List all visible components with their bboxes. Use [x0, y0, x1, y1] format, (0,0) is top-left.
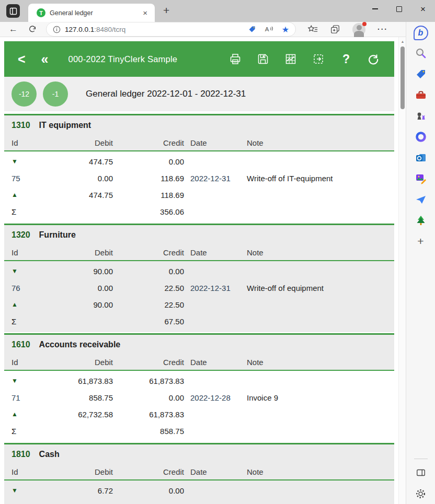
ledger-row: 75 0.00 118.69 2022-12-31 Write-off of I… — [12, 170, 387, 186]
row-note: Write-off of equipment — [241, 284, 387, 292]
vertical-scrollbar[interactable]: ▲ ▼ — [398, 37, 406, 504]
info-icon[interactable] — [53, 26, 61, 33]
sidebar-drop-button[interactable] — [406, 189, 435, 210]
row-credit: 0.00 — [113, 393, 184, 402]
column-headers: Id Debit Credit Date Note — [12, 247, 387, 258]
refresh-icon — [367, 52, 381, 66]
toolbox-icon — [415, 89, 427, 101]
web-page: < « 000-2022 TinyClerk Sample — [0, 37, 398, 504]
scroll-up-icon[interactable]: ▲ — [399, 40, 406, 43]
chart-button[interactable] — [284, 52, 297, 66]
browser-tab[interactable]: T General ledger × — [28, 4, 155, 22]
sidebar-search-button[interactable] — [406, 43, 435, 64]
row-date: 2022-12-28 — [184, 393, 241, 402]
row-id: ▲ — [12, 411, 35, 418]
row-date: 2022-12-31 — [184, 284, 241, 292]
row-id: ▼ — [12, 377, 35, 384]
search-icon — [415, 47, 427, 60]
sidebar-image-creator-button[interactable] — [406, 168, 435, 189]
section-title: 1310IT equipment — [12, 120, 387, 131]
scrollbar-thumb[interactable] — [400, 46, 405, 109]
period-back-12-button[interactable]: -12 — [12, 81, 37, 107]
sidebar-shopping-button[interactable] — [406, 64, 435, 85]
tab-actions-button[interactable] — [6, 4, 20, 18]
games-icon — [415, 110, 427, 122]
minimize-button[interactable] — [363, 0, 387, 18]
period-back-1-button[interactable]: -1 — [43, 81, 68, 107]
company-title: 000-2022 TinyClerk Sample — [68, 54, 178, 64]
col-note: Note — [241, 138, 387, 147]
bing-chat-button[interactable]: b — [406, 23, 435, 43]
address-bar[interactable]: 127.0.0.1:8480/tcrq A ★ — [46, 22, 296, 37]
app-refresh-button[interactable] — [367, 52, 381, 66]
row-credit: 858.75 — [113, 427, 184, 436]
col-id: Id — [12, 248, 35, 257]
help-button[interactable]: ? — [339, 52, 353, 66]
row-debit: 90.00 — [35, 300, 113, 309]
row-id: 71 — [12, 393, 35, 402]
account-name: Furniture — [39, 230, 76, 239]
sidebar-tools-button[interactable] — [406, 85, 435, 106]
export-button[interactable] — [312, 52, 325, 66]
tab-close-icon[interactable]: × — [141, 8, 150, 17]
sidebar-games-button[interactable] — [406, 106, 435, 126]
read-aloud-icon[interactable]: A — [265, 25, 274, 33]
back-button[interactable]: ← — [9, 24, 18, 34]
ledger-section: 1320Furniture Id Debit Credit Date Note … — [4, 224, 394, 332]
profile-avatar[interactable] — [352, 23, 365, 36]
ledger-row: ▲ 90.00 22.50 — [12, 296, 387, 313]
favorites-list-icon[interactable] — [307, 25, 318, 34]
row-credit: 61,873.83 — [113, 377, 184, 385]
section-title: 1810Cash — [12, 449, 387, 460]
split-screen-icon — [416, 467, 426, 478]
sidebar-divider — [414, 459, 428, 459]
shopping-tag-icon[interactable] — [248, 25, 257, 34]
microsoft-365-icon — [415, 131, 427, 143]
col-note: Note — [241, 358, 387, 367]
sidebar-outlook-button[interactable] — [406, 147, 435, 168]
ledger-row: Σ 356.06 — [12, 203, 387, 220]
maximize-icon — [396, 6, 402, 12]
split-screen-button[interactable] — [406, 462, 435, 483]
collections-icon[interactable] — [330, 24, 340, 34]
avatar-head — [357, 25, 362, 30]
section-title: 1610Accounts receivable — [12, 339, 387, 350]
favorite-star-icon[interactable]: ★ — [282, 25, 289, 34]
row-id: Σ — [12, 207, 35, 216]
col-credit: Credit — [113, 358, 184, 367]
app-back-button[interactable]: < — [18, 53, 26, 66]
reload-button[interactable] — [28, 25, 37, 33]
new-tab-button[interactable]: + — [163, 4, 169, 17]
ledger-section: 1810Cash Id Debit Credit Date Note ▼ 6.7… — [4, 443, 394, 504]
row-credit: 61,873.83 — [113, 410, 184, 419]
save-button[interactable] — [256, 52, 270, 66]
account-number: 1320 — [12, 230, 30, 239]
row-debit: 474.75 — [35, 191, 113, 200]
sidebar-settings-button[interactable] — [406, 483, 435, 504]
gear-icon — [415, 488, 426, 499]
row-debit: 61,873.83 — [35, 377, 113, 385]
row-id: ▼ — [12, 487, 35, 494]
more-menu-button[interactable]: ··· — [377, 25, 388, 33]
col-debit: Debit — [35, 248, 113, 257]
sidebar-tree-button[interactable] — [406, 210, 435, 231]
section-rows: ▼ 61,873.83 61,873.83 71 858.75 0.00 202… — [4, 371, 394, 442]
minimize-icon — [372, 8, 378, 9]
col-debit: Debit — [35, 138, 113, 147]
row-credit: 22.50 — [113, 284, 184, 292]
sidebar-m365-button[interactable] — [406, 126, 435, 147]
edge-sidebar: b — [406, 22, 435, 504]
maximize-button[interactable] — [387, 0, 411, 18]
ledger-row: Σ 858.75 — [12, 423, 387, 439]
sidebar-add-button[interactable]: + — [406, 231, 435, 252]
app-collapse-button[interactable]: « — [41, 53, 49, 66]
close-button[interactable]: × — [411, 0, 435, 18]
period-header: -12 -1 General ledger 2022-12-01 - 2022-… — [4, 77, 394, 111]
workspaces-icon — [9, 7, 17, 15]
url-field[interactable]: 127.0.0.1:8480/tcrq — [65, 26, 248, 33]
outlook-icon — [415, 151, 427, 164]
row-credit: 118.69 — [113, 174, 184, 183]
tab-favicon: T — [37, 8, 45, 17]
account-number: 1310 — [12, 121, 30, 130]
print-button[interactable] — [228, 52, 242, 66]
